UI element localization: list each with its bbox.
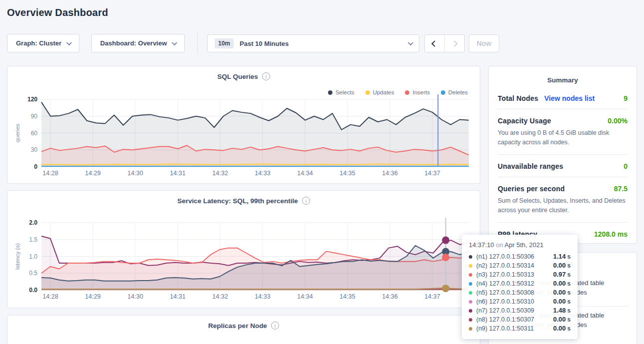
- summary-row-total-nodes: Total Nodes View nodes list 9: [498, 87, 628, 109]
- svg-text:14:36: 14:36: [382, 170, 397, 177]
- svg-text:14:30: 14:30: [127, 170, 143, 177]
- now-button[interactable]: Now: [469, 34, 499, 52]
- time-range-badge: 10m: [215, 38, 234, 48]
- series-dot-icon: [469, 291, 472, 295]
- summary-row-unavailable-ranges: Unavailable ranges 0: [498, 155, 628, 177]
- svg-text:0: 0: [34, 163, 37, 170]
- svg-text:queries: queries: [14, 123, 20, 142]
- chart-hover-tooltip: 14:37:10 on Apr 5th, 2021 (n1) 127.0.0.1…: [462, 235, 578, 339]
- qps-value: 87.5: [614, 185, 628, 193]
- tooltip-row: (n5) 127.0.0.1:503080.00s: [469, 288, 571, 297]
- series-dot-icon: [469, 273, 472, 277]
- replicas-per-node-panel: Replicas per Node i: [7, 315, 480, 344]
- time-range-dropdown[interactable]: 10m Past 10 Minutes: [207, 34, 419, 52]
- series-dot-icon: [469, 309, 472, 313]
- time-forward-button[interactable]: [444, 35, 464, 52]
- sql-queries-chart[interactable]: 0306090120queries14:2814:2914:3014:3114:…: [7, 66, 481, 183]
- svg-text:14:34: 14:34: [297, 170, 313, 177]
- svg-text:1.0: 1.0: [29, 253, 37, 260]
- view-nodes-list-link[interactable]: View nodes list: [544, 94, 595, 102]
- svg-text:14:33: 14:33: [255, 293, 270, 300]
- svg-text:latency (s): latency (s): [14, 243, 20, 270]
- service-latency-chart[interactable]: 0.00.51.01.52.0latency (s)14:2814:2914:3…: [7, 191, 481, 308]
- qps-description: Sum of Selects, Updates, Inserts, and De…: [498, 196, 628, 216]
- svg-text:14:37: 14:37: [424, 170, 440, 177]
- svg-text:14:29: 14:29: [85, 293, 100, 300]
- svg-text:1.5: 1.5: [29, 236, 37, 243]
- replicas-per-node-title: Replicas per Node: [208, 322, 267, 330]
- tooltip-row: (n1) 127.0.0.1:503061.14s: [469, 252, 571, 261]
- graph-dropdown-label: Graph: Cluster: [16, 39, 61, 47]
- time-step-buttons: [424, 34, 465, 52]
- series-dot-icon: [469, 318, 472, 322]
- capacity-usage-label: Capacity Usage: [498, 117, 551, 125]
- svg-text:0.5: 0.5: [29, 270, 37, 277]
- tooltip-row: (n4) 127.0.0.1:503120.00s: [469, 279, 571, 288]
- series-dot-icon: [469, 282, 472, 286]
- tooltip-row: (n7) 127.0.0.1:503091.48s: [469, 306, 571, 315]
- chevron-down-icon: [408, 40, 413, 45]
- sql-queries-panel: SQL Queries i SelectsUpdatesInsertsDelet…: [7, 66, 480, 184]
- svg-text:14:33: 14:33: [255, 170, 270, 177]
- svg-text:14:31: 14:31: [170, 293, 185, 300]
- svg-text:14:37: 14:37: [424, 293, 440, 300]
- tooltip-timestamp: 14:37:10 on Apr 5th, 2021: [469, 241, 571, 249]
- svg-text:14:36: 14:36: [382, 293, 397, 300]
- summary-row-qps: Queries per second 87.5 Sum of Selects, …: [498, 177, 628, 223]
- chevron-right-icon: [451, 40, 458, 47]
- capacity-usage-description: You are using 0 B of 4.5 GiB usable disk…: [498, 128, 628, 148]
- tooltip-row: (n2) 127.0.0.1:503140.00s: [469, 261, 571, 270]
- svg-text:14:32: 14:32: [212, 170, 228, 177]
- svg-text:60: 60: [31, 130, 38, 137]
- svg-text:14:35: 14:35: [339, 293, 355, 300]
- p99-latency-value: 1208.0 ms: [594, 230, 628, 238]
- total-nodes-value: 9: [624, 94, 628, 102]
- svg-text:14:32: 14:32: [212, 293, 228, 300]
- svg-text:14:29: 14:29: [85, 170, 100, 177]
- svg-text:14:28: 14:28: [42, 170, 58, 177]
- time-range-label: Past 10 Minutes: [240, 40, 289, 47]
- summary-row-capacity: Capacity Usage 0.00% You are using 0 B o…: [498, 109, 628, 155]
- svg-text:14:34: 14:34: [297, 293, 313, 300]
- overview-dashboard-page: { "page": { "title": "Overview Dashboard…: [0, 0, 644, 344]
- graph-dropdown[interactable]: Graph: Cluster: [7, 34, 79, 52]
- svg-text:2.0: 2.0: [29, 219, 37, 226]
- series-dot-icon: [469, 264, 472, 268]
- tooltip-row: (n8) 127.0.0.1:503070.00s: [469, 315, 571, 324]
- svg-text:14:30: 14:30: [127, 293, 143, 300]
- summary-title: Summary: [498, 76, 628, 84]
- total-nodes-label: Total Nodes: [498, 94, 538, 102]
- series-dot-icon: [469, 327, 472, 331]
- summary-panel: Summary Total Nodes View nodes list 9 Ca…: [488, 66, 637, 244]
- svg-text:30: 30: [31, 146, 38, 153]
- series-dot-icon: [469, 255, 472, 259]
- toolbar-divider: [197, 32, 198, 54]
- unavailable-ranges-label: Unavailable ranges: [498, 162, 563, 170]
- tooltip-row: (n9) 127.0.0.1:503110.00s: [469, 324, 571, 333]
- svg-text:0.0: 0.0: [29, 287, 37, 294]
- service-latency-panel: Service Latency: SQL, 99th percentile i …: [7, 190, 480, 308]
- page-title: Overview Dashboard: [7, 7, 108, 18]
- time-back-button[interactable]: [425, 35, 444, 52]
- svg-text:120: 120: [27, 96, 37, 103]
- svg-text:14:28: 14:28: [42, 293, 58, 300]
- unavailable-ranges-value: 0: [624, 162, 628, 170]
- chevron-left-icon: [431, 40, 438, 47]
- svg-text:14:31: 14:31: [170, 170, 185, 177]
- dashboard-dropdown-label: Dashboard: Overview: [100, 39, 167, 47]
- svg-text:90: 90: [31, 113, 38, 120]
- series-dot-icon: [469, 300, 472, 304]
- capacity-usage-value: 0.00%: [608, 117, 628, 125]
- qps-label: Queries per second: [498, 185, 565, 193]
- chevron-down-icon: [172, 39, 177, 45]
- svg-text:14:35: 14:35: [339, 170, 355, 177]
- chevron-down-icon: [66, 39, 72, 45]
- dashboard-dropdown[interactable]: Dashboard: Overview: [91, 34, 185, 52]
- tooltip-row: (n6) 127.0.0.1:503100.00s: [469, 297, 571, 306]
- info-icon[interactable]: i: [271, 322, 279, 330]
- tooltip-row: (n3) 127.0.0.1:503130.97s: [469, 270, 571, 279]
